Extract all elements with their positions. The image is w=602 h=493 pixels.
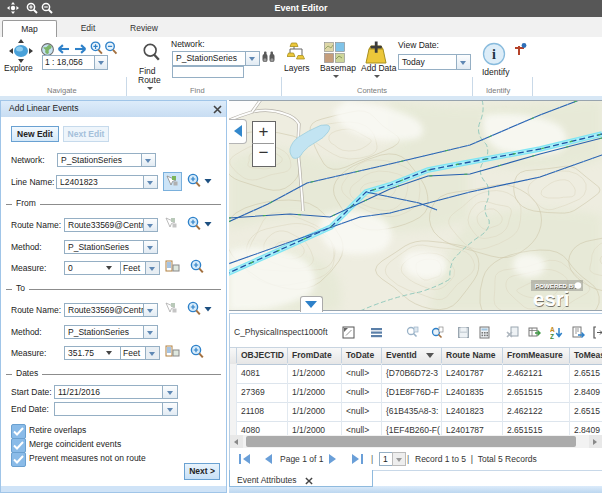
- svg-text:i: i: [492, 47, 496, 62]
- svg-text:esri: esri: [533, 287, 569, 310]
- svg-text:Z: Z: [550, 333, 554, 340]
